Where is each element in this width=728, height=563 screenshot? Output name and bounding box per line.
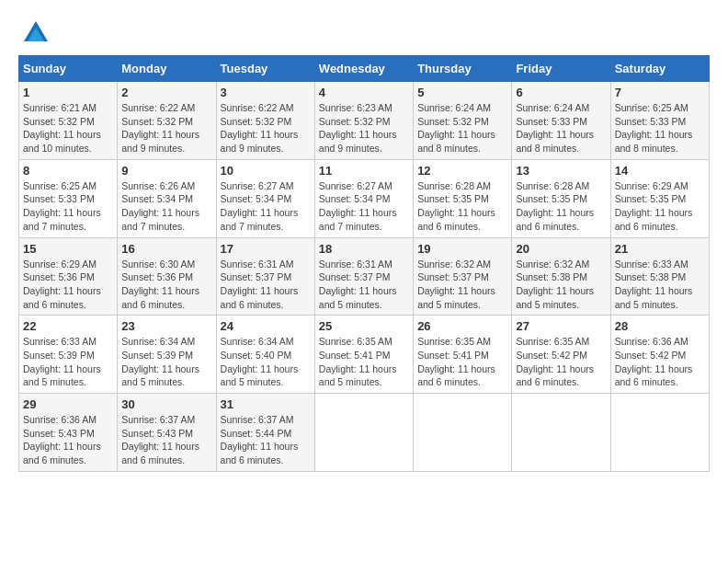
day-number: 17	[221, 242, 311, 256]
day-info: Sunrise: 6:29 AMSunset: 5:35 PMDaylight:…	[615, 179, 705, 234]
calendar-day-header: Thursday	[414, 56, 512, 82]
calendar-cell: 3Sunrise: 6:22 AMSunset: 5:32 PMDaylight…	[216, 82, 314, 160]
day-info: Sunrise: 6:34 AMSunset: 5:39 PMDaylight:…	[121, 335, 211, 389]
calendar-cell: 23Sunrise: 6:34 AMSunset: 5:39 PMDayligh…	[118, 316, 216, 394]
day-number: 13	[516, 164, 606, 178]
calendar-cell: 1Sunrise: 6:21 AMSunset: 5:32 PMDaylight…	[19, 82, 118, 160]
calendar-cell: 14Sunrise: 6:29 AMSunset: 5:35 PMDayligh…	[610, 159, 709, 237]
calendar-body: 1Sunrise: 6:21 AMSunset: 5:32 PMDaylight…	[19, 82, 710, 472]
day-number: 4	[319, 86, 409, 99]
calendar-day-header: Wednesday	[314, 56, 413, 82]
calendar-day-header: Sunday	[19, 56, 118, 82]
calendar-week-row: 15Sunrise: 6:29 AMSunset: 5:36 PMDayligh…	[19, 237, 710, 316]
day-info: Sunrise: 6:25 AMSunset: 5:33 PMDaylight:…	[615, 101, 705, 155]
day-info: Sunrise: 6:24 AMSunset: 5:32 PMDaylight:…	[417, 101, 507, 155]
day-number: 28	[615, 319, 705, 333]
day-info: Sunrise: 6:36 AMSunset: 5:42 PMDaylight:…	[615, 335, 705, 389]
calendar-week-row: 29Sunrise: 6:36 AMSunset: 5:43 PMDayligh…	[19, 394, 710, 472]
calendar-cell: 26Sunrise: 6:35 AMSunset: 5:41 PMDayligh…	[414, 316, 512, 394]
calendar-cell: 18Sunrise: 6:31 AMSunset: 5:37 PMDayligh…	[314, 237, 413, 316]
day-number: 21	[615, 242, 705, 256]
day-number: 19	[417, 242, 507, 256]
calendar-day-header: Tuesday	[216, 56, 314, 82]
day-info: Sunrise: 6:35 AMSunset: 5:41 PMDaylight:…	[319, 335, 409, 389]
day-info: Sunrise: 6:27 AMSunset: 5:34 PMDaylight:…	[319, 179, 409, 234]
day-info: Sunrise: 6:23 AMSunset: 5:32 PMDaylight:…	[319, 101, 409, 155]
day-number: 6	[516, 86, 606, 99]
calendar-cell: 9Sunrise: 6:26 AMSunset: 5:34 PMDaylight…	[118, 159, 216, 237]
calendar-cell: 2Sunrise: 6:22 AMSunset: 5:32 PMDaylight…	[118, 82, 216, 160]
day-info: Sunrise: 6:37 AMSunset: 5:44 PMDaylight:…	[221, 413, 311, 467]
day-info: Sunrise: 6:37 AMSunset: 5:43 PMDaylight:…	[121, 413, 211, 467]
day-info: Sunrise: 6:35 AMSunset: 5:42 PMDaylight:…	[516, 335, 606, 389]
calendar-cell: 11Sunrise: 6:27 AMSunset: 5:34 PMDayligh…	[314, 159, 413, 237]
calendar-cell: 25Sunrise: 6:35 AMSunset: 5:41 PMDayligh…	[314, 316, 413, 394]
calendar-cell: 19Sunrise: 6:32 AMSunset: 5:37 PMDayligh…	[414, 237, 512, 316]
calendar-cell: 17Sunrise: 6:31 AMSunset: 5:37 PMDayligh…	[216, 237, 314, 316]
calendar-cell	[414, 394, 512, 472]
calendar-cell: 15Sunrise: 6:29 AMSunset: 5:36 PMDayligh…	[19, 237, 118, 316]
day-info: Sunrise: 6:33 AMSunset: 5:38 PMDaylight:…	[615, 258, 705, 312]
day-info: Sunrise: 6:30 AMSunset: 5:36 PMDaylight:…	[121, 258, 211, 312]
day-number: 1	[23, 86, 113, 99]
day-number: 29	[23, 397, 113, 411]
day-info: Sunrise: 6:36 AMSunset: 5:43 PMDaylight:…	[23, 413, 113, 467]
day-info: Sunrise: 6:31 AMSunset: 5:37 PMDaylight:…	[221, 258, 311, 312]
calendar-cell: 29Sunrise: 6:36 AMSunset: 5:43 PMDayligh…	[19, 394, 118, 472]
calendar-week-row: 8Sunrise: 6:25 AMSunset: 5:33 PMDaylight…	[19, 159, 710, 237]
calendar-day-header: Monday	[118, 56, 216, 82]
calendar-cell: 10Sunrise: 6:27 AMSunset: 5:34 PMDayligh…	[216, 159, 314, 237]
day-number: 10	[221, 164, 311, 178]
day-number: 14	[615, 164, 705, 178]
calendar-day-header: Friday	[512, 56, 610, 82]
calendar-cell: 30Sunrise: 6:37 AMSunset: 5:43 PMDayligh…	[118, 394, 216, 472]
day-info: Sunrise: 6:35 AMSunset: 5:41 PMDaylight:…	[417, 335, 507, 389]
calendar-cell: 31Sunrise: 6:37 AMSunset: 5:44 PMDayligh…	[216, 394, 314, 472]
calendar-table: SundayMondayTuesdayWednesdayThursdayFrid…	[18, 55, 710, 472]
day-info: Sunrise: 6:31 AMSunset: 5:37 PMDaylight:…	[319, 258, 409, 312]
logo-icon	[22, 18, 50, 46]
day-info: Sunrise: 6:21 AMSunset: 5:32 PMDaylight:…	[23, 101, 113, 155]
calendar-cell: 28Sunrise: 6:36 AMSunset: 5:42 PMDayligh…	[610, 316, 709, 394]
day-info: Sunrise: 6:27 AMSunset: 5:34 PMDaylight:…	[221, 179, 311, 234]
day-number: 27	[516, 319, 606, 333]
calendar-cell: 5Sunrise: 6:24 AMSunset: 5:32 PMDaylight…	[414, 82, 512, 160]
day-info: Sunrise: 6:25 AMSunset: 5:33 PMDaylight:…	[23, 179, 113, 234]
calendar-cell: 13Sunrise: 6:28 AMSunset: 5:35 PMDayligh…	[512, 159, 610, 237]
day-info: Sunrise: 6:29 AMSunset: 5:36 PMDaylight:…	[23, 258, 113, 312]
logo	[18, 18, 50, 46]
day-info: Sunrise: 6:22 AMSunset: 5:32 PMDaylight:…	[121, 101, 211, 155]
day-info: Sunrise: 6:26 AMSunset: 5:34 PMDaylight:…	[121, 179, 211, 234]
day-info: Sunrise: 6:32 AMSunset: 5:37 PMDaylight:…	[417, 258, 507, 312]
calendar-cell: 24Sunrise: 6:34 AMSunset: 5:40 PMDayligh…	[216, 316, 314, 394]
day-number: 24	[221, 319, 311, 333]
day-info: Sunrise: 6:22 AMSunset: 5:32 PMDaylight:…	[221, 101, 311, 155]
day-number: 2	[121, 86, 211, 99]
day-number: 18	[319, 242, 409, 256]
day-number: 20	[516, 242, 606, 256]
calendar-cell: 12Sunrise: 6:28 AMSunset: 5:35 PMDayligh…	[414, 159, 512, 237]
day-number: 22	[23, 319, 113, 333]
day-number: 3	[221, 86, 311, 99]
calendar-week-row: 22Sunrise: 6:33 AMSunset: 5:39 PMDayligh…	[19, 316, 710, 394]
day-number: 11	[319, 164, 409, 178]
day-number: 7	[615, 86, 705, 99]
day-number: 9	[121, 164, 211, 178]
calendar-cell: 7Sunrise: 6:25 AMSunset: 5:33 PMDaylight…	[610, 82, 709, 160]
calendar-cell: 22Sunrise: 6:33 AMSunset: 5:39 PMDayligh…	[19, 316, 118, 394]
day-number: 23	[121, 319, 211, 333]
day-number: 5	[417, 86, 507, 99]
calendar-cell: 20Sunrise: 6:32 AMSunset: 5:38 PMDayligh…	[512, 237, 610, 316]
day-number: 8	[23, 164, 113, 178]
day-number: 30	[121, 397, 211, 411]
calendar-cell	[314, 394, 413, 472]
page-header	[18, 18, 710, 46]
day-info: Sunrise: 6:24 AMSunset: 5:33 PMDaylight:…	[516, 101, 606, 155]
calendar-header-row: SundayMondayTuesdayWednesdayThursdayFrid…	[19, 56, 710, 82]
day-info: Sunrise: 6:32 AMSunset: 5:38 PMDaylight:…	[516, 258, 606, 312]
day-number: 15	[23, 242, 113, 256]
day-number: 31	[221, 397, 311, 411]
day-number: 26	[417, 319, 507, 333]
day-info: Sunrise: 6:28 AMSunset: 5:35 PMDaylight:…	[417, 179, 507, 234]
calendar-cell: 27Sunrise: 6:35 AMSunset: 5:42 PMDayligh…	[512, 316, 610, 394]
